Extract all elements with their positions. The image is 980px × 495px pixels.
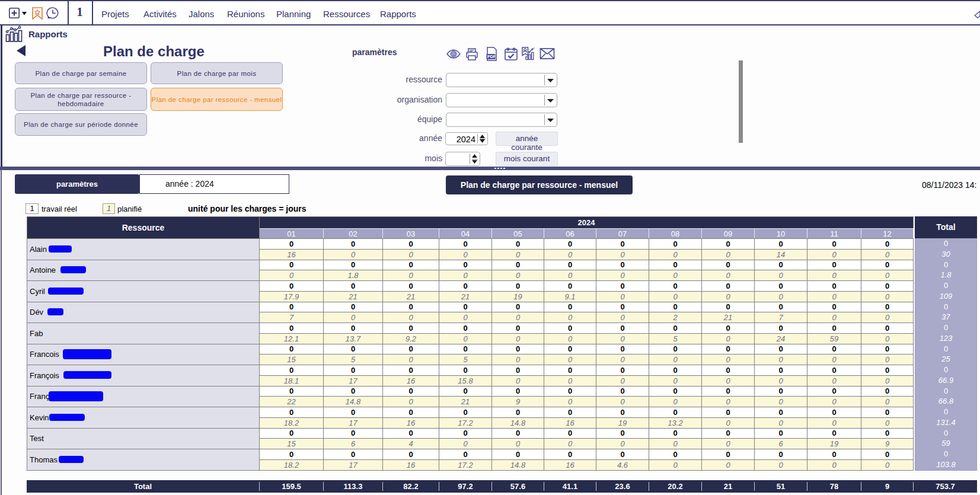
svg-text:PDF: PDF: [487, 55, 496, 59]
